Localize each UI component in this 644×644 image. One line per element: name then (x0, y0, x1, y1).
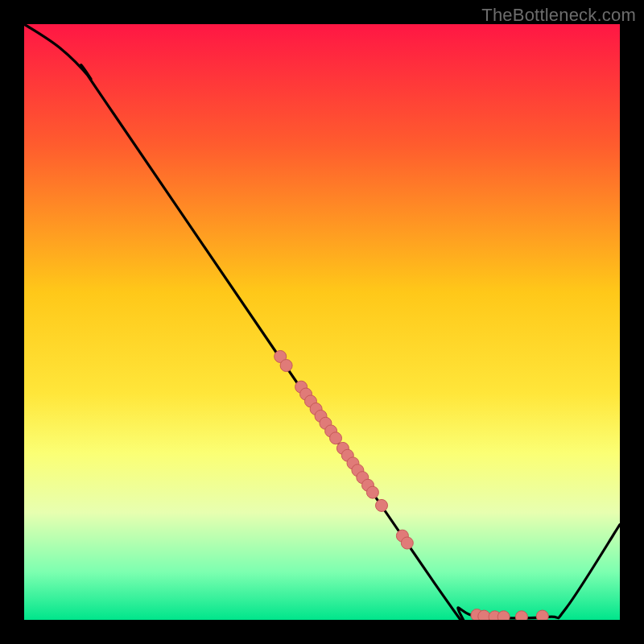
data-point (401, 537, 413, 549)
watermark-text: TheBottleneck.com (481, 5, 636, 26)
data-point (497, 611, 510, 620)
data-point (280, 360, 292, 372)
data-point (376, 499, 388, 511)
data-points (24, 24, 620, 620)
plot-area (24, 24, 620, 620)
data-point (536, 610, 548, 620)
data-point (478, 610, 490, 620)
data-point (515, 611, 527, 620)
chart-frame: TheBottleneck.com (0, 0, 644, 644)
data-point (366, 486, 378, 498)
data-point (330, 432, 342, 444)
